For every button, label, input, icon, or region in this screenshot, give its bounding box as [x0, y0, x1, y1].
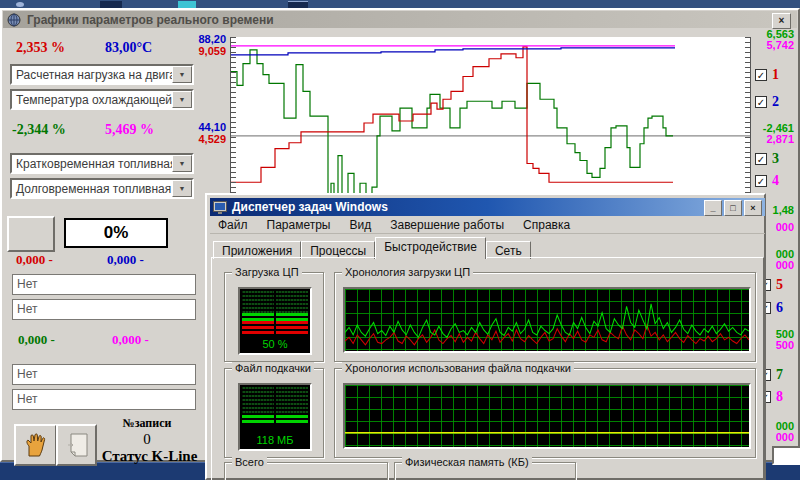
menu-help[interactable]: Справка — [523, 218, 570, 232]
axis-label-mid-red: 4,529 — [196, 133, 226, 145]
pagefile-usage-value: 118 МБ — [240, 434, 310, 449]
param-combo-4[interactable]: Долговременная топливная коррекц ▼ — [10, 178, 194, 199]
axis-label-top-red: 9,059 — [196, 45, 226, 57]
axis-label-top-blue: 88,20 — [196, 33, 226, 45]
value-ltft: 5,469 % — [105, 122, 154, 138]
cpu-gauge-segments — [242, 291, 308, 336]
hand-icon — [23, 432, 49, 458]
graphs-window-title: Графики параметров реального времени — [27, 13, 274, 27]
totals-group-title: Всего — [232, 456, 267, 468]
stop-hand-button[interactable] — [14, 424, 57, 466]
channel-5-label: 5 — [776, 277, 783, 293]
pagefile-gauge-group: Файл подкачки 118 МБ — [224, 368, 324, 458]
background-glyph — [16, 2, 24, 7]
close-button[interactable]: × — [744, 200, 762, 216]
cpu-usage-value: 50 % — [240, 338, 310, 353]
right-value-partial: 000 — [776, 431, 794, 443]
param-field-3[interactable]: Нет — [12, 364, 196, 385]
axis-label-mid-blue: 44,10 — [196, 121, 226, 133]
pagefile-gauge-segments — [242, 387, 308, 432]
background-glyph — [178, 1, 196, 8]
channel-7-label: 7 — [776, 367, 783, 383]
channel-1-toggle[interactable]: ✓ 1 — [755, 67, 779, 83]
channel-2-label: 2 — [772, 94, 779, 110]
param-field-1[interactable]: Нет — [12, 274, 196, 295]
channel-4-toggle[interactable]: ✓ 4 — [755, 173, 779, 189]
minimize-button[interactable]: _ — [704, 200, 722, 216]
cpu-gauge-group: Загрузка ЦП 50 % — [224, 272, 324, 362]
pagefile-usage-gauge: 118 МБ — [238, 383, 312, 451]
physical-memory-group-title: Физическая память (КБ) — [402, 456, 532, 468]
combo-dropdown-icon[interactable]: ▼ — [172, 66, 192, 83]
checkbox-checked[interactable]: ✓ — [755, 69, 767, 81]
value-pair-a-red: 0,000 - — [16, 252, 53, 268]
taskman-window-buttons: _ □ × — [702, 200, 762, 216]
channel-6-label: 6 — [776, 300, 783, 316]
menu-options[interactable]: Параметры — [267, 218, 331, 232]
pagefile-history-chart — [343, 383, 751, 449]
record-page-button[interactable] — [56, 424, 97, 466]
cpu-usage-gauge: 50 % — [238, 287, 312, 355]
channel-1-label: 1 — [772, 67, 779, 83]
value-stft: -2,344 % — [12, 122, 66, 138]
checkbox-checked[interactable]: ✓ — [755, 153, 767, 165]
param-combo-3[interactable]: Кратковременная топливная коррек ▼ — [10, 153, 194, 174]
checkbox-checked[interactable]: ✓ — [755, 175, 767, 187]
right-value-magenta-min: 2,871 — [766, 133, 794, 145]
menu-view[interactable]: Вид — [349, 218, 371, 232]
param-combo-2[interactable]: Температура охлаждающей жидкост ▼ — [10, 89, 194, 110]
taskman-titlebar[interactable]: Диспетчер задач Windows _ □ × — [210, 198, 765, 216]
pagefile-gauge-group-title: Файл подкачки — [232, 362, 314, 374]
menu-shutdown[interactable]: Завершение работы — [390, 218, 504, 232]
value-pair-a-blue: 0,000 - — [107, 252, 144, 268]
taskman-menubar: Файл Параметры Вид Завершение работы Спр… — [210, 217, 765, 234]
param-combo-1[interactable]: Расчетная нагрузка на двигатель ▼ — [10, 64, 194, 85]
document-icon — [65, 432, 89, 458]
value-calc-load: 2,353 % — [16, 40, 65, 56]
right-value-partial: 500 — [776, 339, 794, 351]
record-number-value: 0 — [102, 431, 192, 448]
screen: Графики параметров реального времени × 2… — [0, 0, 800, 480]
taskman-app-icon — [213, 201, 227, 214]
channel-3-label: 3 — [772, 151, 779, 167]
value-pair-b-green: 0,000 - — [18, 332, 55, 348]
physical-memory-group: Физическая память (КБ) — [394, 462, 576, 480]
channel-8-label: 8 — [776, 389, 783, 405]
graphs-close-button[interactable]: × — [772, 13, 791, 29]
menu-file[interactable]: Файл — [218, 218, 248, 232]
channel-4-label: 4 — [772, 173, 779, 189]
taskman-window-title: Диспетчер задач Windows — [232, 200, 388, 214]
totals-group: Всего — [224, 462, 388, 480]
channel-2-toggle[interactable]: ✓ 2 — [755, 94, 779, 110]
status-kline-label: Статус K-Line — [97, 448, 202, 465]
right-value-partial: 000 — [776, 221, 794, 233]
combo-dropdown-icon[interactable]: ▼ — [172, 155, 192, 172]
task-manager-window: Диспетчер задач Windows _ □ × Файл Парам… — [205, 193, 766, 480]
graphs-app-icon — [7, 13, 21, 27]
value-coolant-temp: 83,00°С — [105, 40, 152, 56]
value-pair-b-magenta: 0,000 - — [112, 332, 149, 348]
right-value-magenta-max: 5,742 — [766, 39, 794, 51]
param-field-4[interactable]: Нет — [12, 389, 196, 410]
checkbox-checked[interactable]: ✓ — [755, 96, 767, 108]
cpu-gauge-group-title: Загрузка ЦП — [232, 266, 302, 278]
pagefile-history-group: Хронология использования файла подкачки — [334, 368, 756, 458]
pagefile-history-group-title: Хронология использования файла подкачки — [342, 362, 574, 374]
blank-button[interactable] — [7, 216, 55, 252]
cpu-history-group-title: Хронология загрузки ЦП — [342, 266, 473, 278]
cpu-history-group: Хронология загрузки ЦП — [334, 272, 756, 362]
combo-dropdown-icon[interactable]: ▼ — [172, 91, 192, 108]
right-edit-box[interactable] — [772, 446, 800, 465]
maximize-button[interactable]: □ — [724, 200, 742, 216]
param-field-2[interactable]: Нет — [12, 299, 196, 320]
combo-dropdown-icon[interactable]: ▼ — [172, 180, 192, 197]
tab-performance[interactable]: Быстродействие — [375, 237, 486, 259]
cpu-history-chart — [343, 287, 751, 353]
right-value-partial: 000 — [776, 259, 794, 271]
record-number-label: №записи — [102, 416, 192, 431]
performance-tab-body: Загрузка ЦП 50 % Хронология загрузки ЦП — [211, 257, 764, 480]
throttle-progress-box: 0% — [64, 218, 168, 248]
graphs-titlebar[interactable]: Графики параметров реального времени × — [3, 11, 797, 28]
right-value-partial: 1,48 — [773, 204, 794, 216]
channel-3-toggle[interactable]: ✓ 3 — [755, 151, 779, 167]
